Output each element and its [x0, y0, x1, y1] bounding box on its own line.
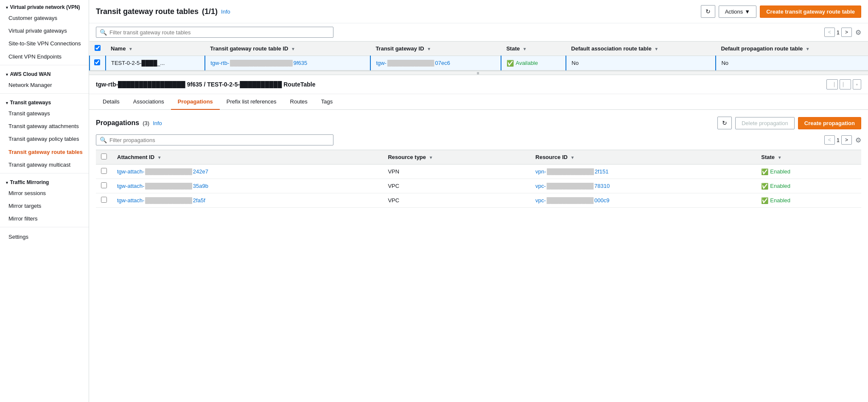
tab-associations[interactable]: Associations: [126, 94, 171, 110]
sidebar-item-mirror-sessions[interactable]: Mirror sessions: [0, 187, 89, 200]
sidebar-item-tgw-attachments[interactable]: Transit gateway attachments: [0, 120, 89, 133]
propagations-search-icon: 🔍: [100, 137, 107, 143]
prop-row-attach-id-1: tgw-attach-████████████35a9b: [112, 179, 383, 193]
prop-select-all-checkbox[interactable]: [101, 154, 107, 159]
row-checkbox[interactable]: [94, 59, 100, 65]
table-row[interactable]: tgw-attach-████████████35a9b VPC vpc-███…: [96, 179, 861, 193]
sort-icon-state: ▼: [523, 47, 527, 51]
resource-id-link-1[interactable]: vpc-████████████78310: [535, 183, 610, 189]
prop-row-checkbox-0[interactable]: [101, 168, 107, 174]
sidebar-item-site-to-site[interactable]: Site-to-Site VPN Connections: [0, 37, 89, 50]
propagations-info-link[interactable]: Info: [153, 120, 162, 126]
sort-icon-tgw-rt-id: ▼: [291, 47, 295, 51]
sidebar-item-tgw-multicast[interactable]: Transit gateway multicast: [0, 159, 89, 171]
sidebar-item-transit-gateways[interactable]: Transit gateways: [0, 107, 89, 120]
sidebar-item-mirror-filters[interactable]: Mirror filters: [0, 212, 89, 225]
filter-search-bar[interactable]: 🔍: [96, 27, 333, 38]
table-row[interactable]: TEST-0-2-5-████_... tgw-rtb-████████████…: [90, 56, 868, 70]
select-all-header: [90, 42, 106, 56]
attach-id-link-1[interactable]: tgw-attach-████████████35a9b: [117, 183, 208, 189]
prop-row-resource-id-1: vpc-████████████78310: [530, 179, 756, 193]
propagations-filter-input[interactable]: [109, 137, 330, 143]
sidebar-item-client-vpn[interactable]: Client VPN Endpoints: [0, 50, 89, 63]
page-info-link[interactable]: Info: [221, 8, 230, 15]
sort-icon-prop-state: ▼: [778, 155, 782, 160]
panel-splitter[interactable]: ≡: [89, 71, 868, 75]
table-row[interactable]: tgw-attach-████████████242e7 VPN vpn-███…: [96, 165, 861, 179]
propagations-header-row: Propagations (3) Info ↻ Delete propagati…: [96, 117, 861, 129]
resource-id-suffix-0: 2f151: [595, 168, 609, 175]
detail-view-split-horizontal[interactable]: ⎸: [840, 79, 851, 89]
sort-icon-resource-id: ▼: [571, 155, 575, 160]
status-enabled-0: ✅ Enabled: [761, 168, 856, 175]
detail-view-icons: ⎹ ⎸ ▫: [826, 79, 861, 89]
resource-id-link-2[interactable]: vpc-████████████000c9: [535, 197, 610, 204]
tgw-id-link[interactable]: tgw-████████████07ec6: [376, 60, 450, 66]
sort-icon-attach-id: ▼: [157, 155, 162, 160]
tab-routes[interactable]: Routes: [283, 94, 314, 110]
row-tgw-rt-id: tgw-rtb-████████████████9f635: [205, 56, 370, 70]
refresh-button[interactable]: ↻: [701, 5, 715, 18]
sidebar-item-tgw-policy-tables[interactable]: Transit gateway policy tables: [0, 133, 89, 145]
sidebar-item-settings[interactable]: Settings: [0, 231, 89, 243]
prop-row-resource-type-0: VPN: [383, 165, 530, 179]
tab-tags[interactable]: Tags: [314, 94, 339, 110]
status-check-icon-0: ✅: [761, 168, 768, 175]
sidebar-item-tgw-route-tables[interactable]: Transit gateway route tables: [0, 146, 89, 159]
sidebar-section-header-traffic-mirroring[interactable]: Traffic Mirroring: [0, 175, 89, 187]
create-propagation-button[interactable]: Create propagation: [798, 117, 861, 129]
tgw-id-redacted: ████████████: [387, 60, 434, 66]
sidebar-section-header-tgw[interactable]: Transit gateways: [0, 95, 89, 107]
filter-input[interactable]: [109, 29, 330, 36]
propagations-pagination-next[interactable]: >: [841, 135, 852, 145]
propagations-table-settings-icon[interactable]: ⚙: [855, 136, 861, 144]
detail-header: tgw-rtb-████████████████ 9f635 / TEST-0-…: [89, 75, 868, 94]
propagations-pagination-prev[interactable]: <: [824, 135, 835, 145]
attach-id-link-0[interactable]: tgw-attach-████████████242e7: [117, 168, 208, 175]
propagations-table-container: Attachment ID ▼ Resource type ▼ Resource…: [96, 150, 861, 208]
table-row[interactable]: tgw-attach-████████████2fa5f VPC vpc-███…: [96, 193, 861, 208]
resource-id-prefix-1: vpc-: [535, 183, 546, 189]
propagations-right-controls: < 1 > ⚙: [824, 135, 861, 145]
main-table-container: Name ▼ Transit gateway route table ID ▼ …: [89, 41, 868, 70]
prop-row-checkbox-2[interactable]: [101, 197, 107, 203]
tab-propagations[interactable]: Propagations: [171, 94, 220, 110]
pagination-prev[interactable]: <: [824, 28, 835, 37]
select-all-checkbox[interactable]: [95, 45, 101, 51]
prop-col-state: State ▼: [756, 150, 861, 165]
status-available: ✅ Available: [507, 60, 560, 67]
row-checkbox-cell: [90, 56, 106, 70]
sidebar-item-mirror-targets[interactable]: Mirror targets: [0, 200, 89, 212]
prop-row-checkbox-1[interactable]: [101, 182, 107, 188]
resource-id-prefix-0: vpn-: [535, 168, 546, 175]
attach-id-prefix-1: tgw-attach-: [117, 183, 144, 189]
actions-label: Actions: [725, 8, 743, 15]
pagination-current: 1: [837, 29, 840, 36]
resource-id-link-0[interactable]: vpn-████████████2f151: [535, 168, 608, 175]
table-settings-icon[interactable]: ⚙: [855, 28, 861, 36]
tgw-rt-id-prefix: tgw-rtb-: [210, 60, 229, 66]
sidebar-section-header-vpn[interactable]: Virtual private network (VPN): [0, 0, 89, 12]
tab-details[interactable]: Details: [96, 94, 126, 110]
sidebar-item-virtual-private-gateways[interactable]: Virtual private gateways: [0, 25, 89, 37]
pagination-next[interactable]: >: [841, 28, 852, 37]
sidebar-section-header-wan[interactable]: AWS Cloud WAN: [0, 67, 89, 79]
prop-col-attachment-id: Attachment ID ▼: [112, 150, 383, 165]
propagations-refresh-button[interactable]: ↻: [717, 117, 732, 129]
attach-id-link-2[interactable]: tgw-attach-████████████2fa5f: [117, 197, 205, 204]
prop-select-all-header: [96, 150, 112, 165]
row-name: TEST-0-2-5-████_...: [106, 56, 205, 70]
actions-button[interactable]: Actions ▼: [719, 6, 757, 18]
col-default-prop: Default propagation route table ▼: [716, 42, 868, 56]
create-route-table-button[interactable]: Create transit gateway route table: [760, 6, 861, 18]
detail-view-expand[interactable]: ▫: [853, 79, 861, 89]
sort-icon-name: ▼: [129, 47, 133, 51]
detail-tabs: Details Associations Propagations Prefix…: [89, 94, 868, 110]
detail-view-split-vertical[interactable]: ⎹: [826, 79, 838, 89]
sidebar-item-network-manager[interactable]: Network Manager: [0, 79, 89, 92]
sidebar-item-customer-gateways[interactable]: Customer gateways: [0, 12, 89, 25]
row-tgw-id: tgw-████████████07ec6: [370, 56, 501, 70]
tab-prefix-list[interactable]: Prefix list references: [220, 94, 283, 110]
propagations-search-bar[interactable]: 🔍: [96, 134, 333, 145]
tgw-rt-id-link[interactable]: tgw-rtb-████████████████9f635: [210, 60, 307, 66]
